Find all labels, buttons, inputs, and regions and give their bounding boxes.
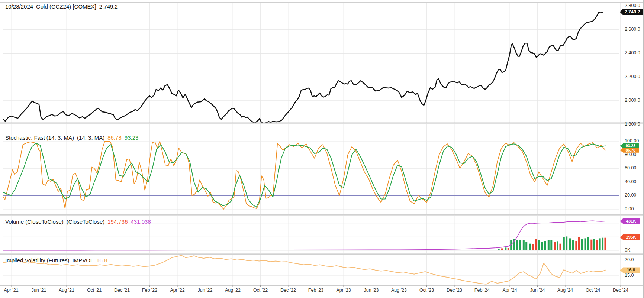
iv-indicator-label[interactable]: Implied Volatility (Futures) [5, 257, 70, 263]
instrument-name[interactable]: Gold (GCZ24) [COMEX] [36, 3, 96, 10]
price-value-tag: 2,749.2 [620, 9, 643, 15]
charting-app: 10/28/2024 Gold (GCZ24) [COMEX] 2,749.2 … [0, 0, 644, 298]
iv-params[interactable]: IMPVOL [73, 257, 94, 263]
stochastic-value-tag: 86.78 [620, 148, 639, 153]
iv-panel-header: Implied Volatility (Futures) IMPVOL 16.8 [5, 257, 107, 263]
stochastic-value-tag: 93.23 [620, 143, 639, 148]
volume-value-1: 194,736 [107, 218, 128, 225]
stochastic-indicator-label[interactable]: Stochastic, Fast (14, 3, MA) [5, 135, 74, 141]
volume-indicator-label[interactable]: Volume (CloseToClose) [5, 218, 64, 225]
stochastic-k-value: 86.78 [107, 135, 122, 141]
iv-value-tag: 16.8 [620, 267, 640, 273]
stochastic-d-value: 93.23 [125, 135, 139, 141]
stochastic-params[interactable]: (14, 3, MA) [77, 135, 104, 141]
volume-panel-header: Volume (CloseToClose) (CloseToClose) 194… [5, 218, 151, 225]
price-panel[interactable] [0, 3, 619, 123]
time-x-axis[interactable] [0, 285, 644, 298]
volume-params[interactable]: (CloseToClose) [67, 218, 105, 225]
stochastic-panel-header: Stochastic, Fast (14, 3, MA) (14, 3, MA)… [5, 135, 138, 141]
last-price-value: 2,749.2 [99, 3, 118, 10]
iv-value: 16.8 [96, 257, 107, 263]
chart-date: 10/28/2024 [5, 3, 33, 10]
price-panel-header: 10/28/2024 Gold (GCZ24) [COMEX] 2,749.2 [5, 3, 118, 10]
volume-value-2: 431,038 [131, 218, 151, 225]
volume-value-tag: 431K [620, 218, 640, 224]
volume-value-tag: 195K [620, 234, 640, 240]
